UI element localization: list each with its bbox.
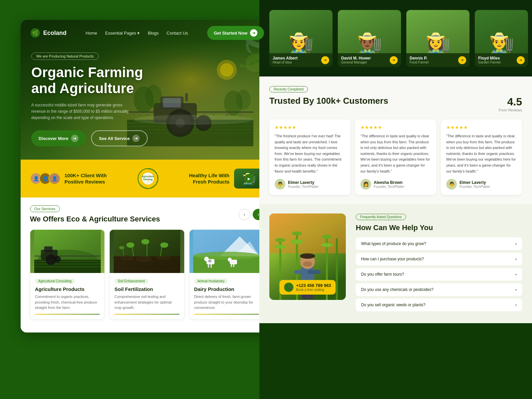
svg-point-71: [204, 257, 209, 261]
author-title-2: Founder, TechPlatter: [460, 185, 490, 189]
team-arrow-floyd[interactable]: ➜: [517, 56, 525, 64]
circular-farming-badge: Agriculture • Farming • Organic • Vegeta…: [136, 167, 160, 190]
service-card-divider-2: [194, 314, 259, 315]
faq-phone-sub: Book a free visiting: [296, 288, 331, 292]
hero-section: 🍃: [21, 20, 273, 160]
service-card-soil: Soil Enhancement Soil Fertilization Comp…: [109, 229, 184, 320]
faq-phone-number: +123 456 789 963: [296, 283, 331, 288]
testimonial-author-2: 👨 Elmer Laverty Founder, TechPlatter: [446, 179, 517, 190]
svg-rect-73: [210, 264, 212, 268]
stars-1: ★★★★★: [360, 125, 431, 130]
nav-home[interactable]: Home: [86, 31, 97, 36]
faq-content: Frequently Asked Questions How Can We He…: [356, 213, 522, 314]
services-main-title: We Offers Eco & Agriculture Services: [30, 215, 160, 223]
rating-area: 4.5 From Reviews: [499, 96, 522, 112]
svg-point-98: [303, 261, 312, 267]
nav-essential[interactable]: Essential Pages ▾: [105, 31, 140, 36]
svg-point-76: [228, 258, 232, 262]
person-silhouette-floyd: 👨‍🌾: [489, 33, 514, 53]
see-all-arrow-icon: ➜: [132, 135, 140, 142]
stats-text: 100K+ Client With Positive Reviews: [65, 172, 107, 185]
testimonial-author-0: 👨 Elmer Laverty Founder, TechPlatter: [275, 179, 345, 190]
svg-rect-77: [231, 264, 232, 267]
see-all-service-button[interactable]: See All Service ➜: [91, 130, 148, 146]
author-title-0: Founder, TechPlatter: [288, 185, 319, 189]
services-title-area: Our Services We Offers Eco & Agriculture…: [30, 205, 160, 223]
testimonials-title: Trusted By 100k+ Customers: [269, 96, 388, 106]
team-arrow-david[interactable]: ➜: [390, 56, 398, 64]
service-category-2: Animal Husbandry: [194, 279, 228, 284]
faq-chevron-4: ▾: [515, 303, 517, 307]
service-card-dairy: Animal Husbandry Dairy Production Direct…: [189, 229, 264, 320]
rating-from: From Reviews: [499, 108, 522, 112]
faq-badge: Frequently Asked Questions: [356, 214, 406, 220]
right-panel: 🧑‍🌾 James Albert Head of Idea ➜ 👨🏾‍🌾 Dav…: [259, 0, 532, 399]
service-category-0: Agricultural Consulting: [35, 279, 75, 284]
recently-badge: Recently Completed: [269, 86, 308, 92]
svg-point-54: [135, 256, 152, 262]
service-cards: Agricultural Consulting Agriculture Prod…: [30, 229, 264, 320]
nav-blogs[interactable]: Blogs: [148, 31, 159, 36]
faq-item-0[interactable]: What types of produce do you grow? ▾: [356, 237, 522, 250]
service-card-img-soil: [110, 230, 184, 273]
svg-point-74: [208, 260, 211, 262]
author-name-0: Elmer Laverty: [288, 180, 319, 185]
faq-item-text-0: What types of produce do you grow?: [361, 241, 426, 246]
svg-point-63: [119, 246, 124, 249]
team-name-floyd: Floyd Miles: [478, 56, 501, 61]
testimonials-header: Trusted By 100k+ Customers 4.5 From Revi…: [269, 96, 522, 112]
service-card-img-agri: [30, 230, 104, 273]
svg-rect-90: [336, 238, 338, 300]
hero-badge: We are Producing Natural Products: [31, 53, 99, 60]
faq-item-2[interactable]: Do you offer farm tours? ▾: [356, 268, 522, 281]
services-header: Our Services We Offers Eco & Agriculture…: [30, 205, 264, 223]
discover-arrow-icon: ➜: [71, 135, 78, 142]
service-card-desc-1: Comprehensive soil testing and enhanceme…: [114, 294, 179, 311]
team-arrow-dennis[interactable]: ➜: [458, 56, 466, 64]
discover-more-button[interactable]: Discover More ➜: [31, 130, 86, 146]
nav-contact[interactable]: Contact Us: [167, 31, 188, 36]
team-card-james: 🧑‍🌾 James Albert Head of Idea ➜: [269, 10, 332, 67]
svg-point-88: [322, 235, 332, 239]
person-silhouette-james: 🧑‍🌾: [289, 33, 314, 53]
stats-right-text: Healthy Life With Fresh Products: [189, 172, 229, 185]
team-role-floyd: Garden Farmer: [478, 61, 501, 64]
carousel-prev-button[interactable]: ‹: [239, 209, 250, 220]
faq-chevron-2: ▾: [515, 273, 517, 276]
svg-rect-49: [34, 256, 41, 256]
services-section: Our Services We Offers Eco & Agriculture…: [21, 198, 273, 328]
svg-point-69: [193, 252, 260, 260]
service-card-divider-0: [35, 314, 100, 315]
play-button[interactable]: ▶: [244, 174, 254, 183]
hero-title: Organic Farming and Agriculture: [31, 65, 263, 97]
svg-point-83: [274, 245, 286, 249]
person-silhouette-dennis: 👩‍🌾: [426, 33, 451, 53]
svg-rect-95: [308, 270, 321, 274]
svg-point-93: [300, 253, 315, 259]
svg-text:↗: ↗: [147, 181, 149, 184]
stars-0: ★★★★★: [275, 125, 345, 130]
hero-buttons: Discover More ➜ See All Service ➜: [31, 130, 263, 146]
get-started-button[interactable]: Get Started Now ➜: [207, 26, 264, 40]
faq-item-1[interactable]: How can I purchase your products? ▾: [356, 253, 522, 265]
service-card-agriculture: Agricultural Consulting Agriculture Prod…: [30, 229, 105, 320]
team-card-img-james: 🧑‍🌾: [269, 10, 332, 53]
arrow-circle-icon: ➜: [250, 29, 257, 37]
service-card-title-2: Dairy Production: [194, 286, 259, 292]
faq-title: How Can We Help You: [356, 223, 522, 232]
faq-chevron-1: ▾: [515, 257, 517, 261]
team-arrow-james[interactable]: ➜: [321, 56, 329, 64]
stars-2: ★★★★★: [446, 125, 517, 130]
team-name-dennis: Dennis P.: [410, 56, 429, 61]
stats-banner: 👤 👤 👤 100K+ Client With Positive Reviews…: [21, 160, 273, 198]
faq-item-text-3: Do you use any chemicals or pesticides?: [361, 287, 433, 292]
faq-item-3[interactable]: Do you use any chemicals or pesticides? …: [356, 283, 522, 296]
team-role-david: General Manager: [341, 61, 371, 64]
faq-person-img: 📞 +123 456 789 963 Book a free visiting: [269, 213, 346, 300]
logo-text: Ecoland: [43, 30, 66, 37]
faq-item-4[interactable]: Do you sell organic seeds or plants? ▾: [356, 299, 522, 311]
testimonial-card-2: ★★★★★ "The difference in taste and quali…: [441, 119, 522, 195]
our-services-badge: Our Services: [30, 205, 60, 212]
author-name-1: Aleesha Brown: [374, 180, 404, 185]
team-card-footer-james: James Albert Head of Idea ➜: [269, 53, 332, 67]
